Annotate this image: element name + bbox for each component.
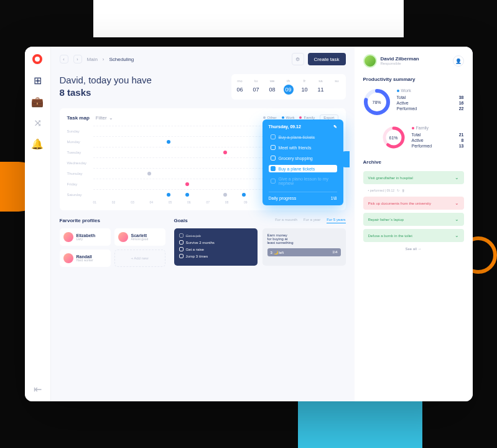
expand-handle[interactable] — [341, 151, 350, 167]
delete-icon[interactable]: 🗑 — [402, 189, 405, 192]
nav-back[interactable]: ‹ — [60, 55, 68, 63]
see-all-link[interactable]: See all → — [363, 247, 464, 251]
right-column: David Zilberman Responsible 👤 Productivi… — [355, 47, 473, 401]
avatar — [63, 232, 73, 242]
goal-item[interactable]: Survive 2 months — [179, 240, 253, 245]
popup-task[interactable]: Buy a plane tickets — [269, 133, 337, 141]
page-title: David, today you have 8 tasks — [60, 74, 152, 98]
popup-task[interactable]: Grocery shopping — [269, 154, 337, 162]
favorite-card[interactable]: RandallHard worker — [60, 250, 111, 267]
calendar-day[interactable]: th09 — [284, 79, 294, 95]
taskmap-title: Task map — [67, 115, 90, 121]
chevron-down-icon: ⌄ — [455, 217, 459, 222]
main-area: ‹ › Main › Scheduling ⚙ Create task Davi… — [51, 47, 355, 401]
chevron-down-icon: ⌄ — [455, 200, 459, 206]
checkbox-icon[interactable] — [179, 233, 183, 238]
briefcase-icon[interactable]: 💼 — [32, 96, 42, 106]
avatar — [363, 54, 377, 68]
task-dot[interactable] — [167, 140, 170, 144]
popup-footer-value: 1\8 — [331, 196, 337, 200]
goals-title: Goals — [174, 218, 188, 223]
nav-forward[interactable]: › — [73, 55, 82, 63]
tab-month[interactable]: For a mounth — [275, 218, 297, 223]
tab-year[interactable]: For a year — [304, 218, 320, 223]
checkbox-icon[interactable] — [271, 166, 276, 171]
calendar-strip: mo06tu07we08th09fr10sa11su — [231, 74, 346, 100]
refresh-icon[interactable]: ↻ — [397, 189, 399, 192]
bell-icon[interactable]: 🔔 — [32, 139, 42, 149]
logout-icon[interactable]: ⇤ — [32, 384, 42, 394]
grid-icon[interactable]: ⊞ — [32, 75, 42, 85]
sidebar: ⊞ 💼 ⤨ 🔔 ⇤ — [25, 47, 51, 401]
avatar — [63, 253, 73, 263]
favorite-card[interactable]: ScarlettAlmost good — [114, 228, 165, 246]
goal-item[interactable]: Get a raise — [179, 247, 253, 251]
checkbox-icon[interactable] — [179, 247, 183, 251]
goal-card-next[interactable]: Earn money for buying at least something… — [262, 228, 346, 266]
logo-icon — [32, 54, 42, 64]
calendar-day[interactable]: su — [332, 79, 342, 95]
calendar-day[interactable]: sa11 — [316, 79, 326, 95]
switch-user-icon[interactable]: 👤 — [453, 55, 464, 67]
checkbox-icon[interactable] — [179, 254, 183, 258]
dashboard: ⊞ 💼 ⤨ 🔔 ⇤ ‹ › Main › Scheduling ⚙ Create… — [25, 47, 473, 401]
chevron-down-icon: ⌄ — [455, 233, 459, 238]
archive-item[interactable]: Pick up documents from the university⌄ — [363, 197, 464, 210]
chevron-down-icon: ⌄ — [455, 175, 459, 180]
task-dot[interactable] — [185, 182, 189, 186]
favorite-card[interactable]: ElizabethLazy — [60, 228, 111, 246]
popup-task[interactable]: Meet with friends — [269, 144, 337, 151]
user-name: David Zilberman — [381, 57, 419, 62]
checkbox-icon[interactable] — [271, 145, 276, 150]
add-favorite-button[interactable]: + Add new — [114, 250, 165, 267]
topbar: ‹ › Main › Scheduling ⚙ Create task — [60, 53, 346, 65]
user-role: Responsible — [381, 62, 419, 65]
checkbox-icon[interactable] — [271, 156, 276, 161]
task-dot[interactable] — [223, 151, 227, 154]
productivity-family: 61% Family Total21 Active8 Performed13 — [363, 126, 464, 149]
archive-item[interactable]: Defuse a bomb in the toilet⌄ — [363, 229, 464, 242]
popup-date: Thursday, 09.12 — [269, 124, 301, 129]
settings-button[interactable]: ⚙ — [292, 53, 304, 65]
task-dot[interactable] — [185, 193, 189, 197]
tab-5years[interactable]: For 5 years — [327, 218, 345, 223]
goals-panel: Goals For a mounth For a year For 5 year… — [174, 218, 346, 267]
user-profile[interactable]: David Zilberman Responsible 👤 — [363, 54, 464, 68]
calendar-day[interactable]: tu07 — [251, 79, 261, 95]
checkbox-icon[interactable] — [271, 134, 276, 139]
popup-task[interactable]: Buy a plane tickets — [269, 165, 337, 172]
goal-card-active[interactable]: Get a jobSurvive 2 monthsGet a raiseJump… — [174, 228, 258, 266]
favorites-title: Farvorite profiles — [60, 218, 165, 223]
calendar-day[interactable]: fr10 — [300, 79, 310, 95]
shuffle-icon[interactable]: ⤨ — [32, 118, 42, 128]
archive-item[interactable]: Visit grandfather in hospital⌄ — [363, 171, 464, 184]
task-dot[interactable] — [167, 193, 170, 197]
goal-item[interactable]: Jump 3 times — [179, 254, 253, 258]
checkbox-icon[interactable] — [271, 179, 276, 184]
day-popup: Thursday, 09.12✎ Buy a plane ticketsMeet… — [262, 119, 343, 205]
favorites-panel: Farvorite profiles ElizabethLazyScarlett… — [60, 218, 165, 267]
task-map-card: Task map Filter ⌄ Other Work Family Expo… — [60, 108, 346, 210]
filter-dropdown[interactable]: Filter ⌄ — [96, 115, 113, 121]
popup-task[interactable]: Give a piano lesson to my nephew — [269, 175, 337, 187]
avatar — [118, 232, 128, 242]
breadcrumb-main[interactable]: Main — [87, 57, 98, 62]
task-dot[interactable] — [242, 193, 246, 197]
edit-icon[interactable]: ✎ — [333, 124, 337, 129]
popup-footer-label: Daily progress — [269, 196, 297, 200]
archive-item[interactable]: Repair father`s laptop⌄ — [363, 213, 464, 226]
checkbox-icon[interactable] — [179, 240, 183, 245]
chevron-down-icon: ⌄ — [109, 115, 113, 121]
goal-item[interactable]: Get a job — [179, 233, 253, 238]
productivity-title: Productivity summary — [363, 77, 464, 82]
archive-title: Archive — [363, 159, 464, 165]
task-dot[interactable] — [147, 172, 151, 175]
productivity-work: 78% Work Total38 Active16 Performed22 — [363, 88, 464, 116]
breadcrumb-current: Scheduling — [109, 57, 134, 62]
calendar-day[interactable]: mo06 — [235, 79, 245, 95]
calendar-day[interactable]: we08 — [267, 79, 277, 95]
create-task-button[interactable]: Create task — [308, 53, 346, 65]
task-dot[interactable] — [223, 193, 227, 197]
